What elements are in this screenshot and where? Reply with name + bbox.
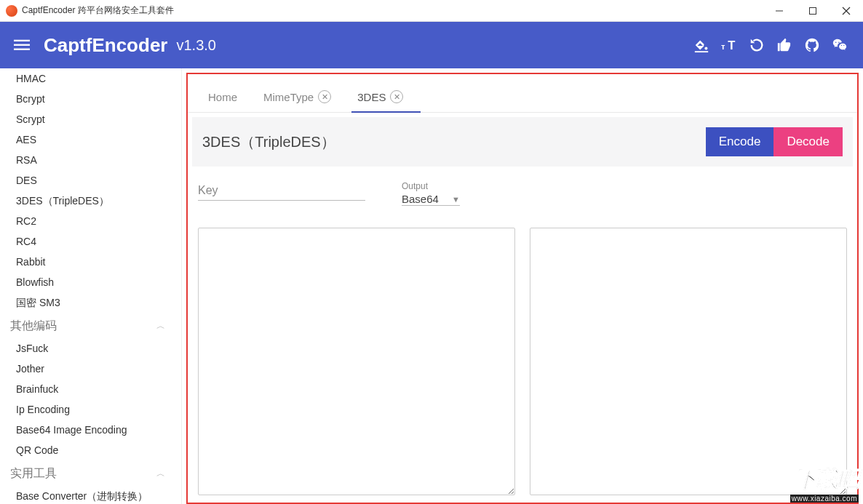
tab-close-icon[interactable]: ✕ bbox=[390, 90, 403, 103]
sidebar[interactable]: HMACBcryptScryptAESRSADES3DES（TripleDES）… bbox=[0, 68, 182, 504]
content-frame: HomeMimeType✕3DES✕ 3DES（TripleDES） Encod… bbox=[186, 73, 859, 504]
sidebar-group-utilities[interactable]: 实用工具︿ bbox=[0, 460, 181, 486]
tab-label: Home bbox=[208, 91, 237, 103]
sidebar-group-label: 实用工具 bbox=[10, 466, 57, 481]
svg-rect-4 bbox=[14, 40, 30, 41]
sidebar-item[interactable]: Ip Encoding bbox=[0, 399, 181, 420]
encode-button[interactable]: Encode bbox=[706, 127, 774, 156]
window-maximize-button[interactable] bbox=[796, 0, 830, 22]
svg-rect-5 bbox=[14, 44, 30, 46]
sidebar-group-label: 其他编码 bbox=[10, 319, 57, 334]
svg-rect-1 bbox=[810, 7, 816, 14]
sidebar-item[interactable]: JsFuck bbox=[0, 338, 181, 359]
sidebar-item[interactable]: Jother bbox=[0, 359, 181, 379]
sidebar-item[interactable]: Bcrypt bbox=[0, 89, 181, 109]
input-textarea[interactable] bbox=[198, 228, 515, 495]
svg-text:T: T bbox=[728, 39, 735, 52]
sidebar-item[interactable]: QR Code bbox=[0, 440, 181, 460]
sidebar-item[interactable]: Base Converter（进制转换） bbox=[0, 486, 181, 504]
svg-rect-8 bbox=[695, 51, 708, 52]
thumbs-up-icon[interactable] bbox=[776, 36, 793, 54]
app-version: v1.3.0 bbox=[176, 37, 215, 54]
app-icon bbox=[6, 5, 17, 17]
panel-header: 3DES（TripleDES） Encode Decode bbox=[192, 117, 853, 167]
sidebar-item[interactable]: 国密 SM3 bbox=[0, 292, 181, 313]
output-format-select[interactable]: Base64 ▼ bbox=[402, 193, 460, 206]
app-title: CaptfEncoder bbox=[44, 34, 167, 57]
sidebar-item[interactable]: HMAC bbox=[0, 68, 181, 89]
key-input[interactable] bbox=[198, 181, 365, 201]
window-titlebar: CaptfEncoder 跨平台网络安全工具套件 bbox=[0, 0, 863, 22]
sidebar-group-other-encoding[interactable]: 其他编码︿ bbox=[0, 313, 181, 338]
svg-rect-6 bbox=[14, 49, 30, 50]
svg-text:т: т bbox=[721, 42, 725, 51]
tab-label: 3DES bbox=[357, 91, 386, 103]
chevron-up-icon: ︿ bbox=[156, 468, 165, 480]
tab[interactable]: MimeType✕ bbox=[261, 83, 334, 112]
theme-icon[interactable] bbox=[693, 36, 710, 54]
sidebar-item[interactable]: Brainfuck bbox=[0, 379, 181, 399]
window-minimize-button[interactable] bbox=[763, 0, 796, 22]
github-icon[interactable] bbox=[803, 36, 821, 54]
tab-close-icon[interactable]: ✕ bbox=[318, 90, 331, 103]
refresh-icon[interactable] bbox=[748, 36, 765, 54]
tab-label: MimeType bbox=[263, 91, 314, 103]
output-format-value: Base64 bbox=[402, 193, 448, 205]
output-textarea[interactable] bbox=[530, 228, 847, 495]
decode-button[interactable]: Decode bbox=[773, 127, 843, 156]
app-bar: CaptfEncoder v1.3.0 тT bbox=[0, 22, 863, 68]
tab[interactable]: Home bbox=[205, 84, 240, 112]
sidebar-item[interactable]: RC4 bbox=[0, 231, 181, 252]
window-close-button[interactable] bbox=[830, 0, 863, 22]
sidebar-item[interactable]: RSA bbox=[0, 150, 181, 170]
wechat-icon[interactable] bbox=[831, 36, 848, 54]
svg-point-7 bbox=[704, 47, 707, 50]
sidebar-item[interactable]: Rabbit bbox=[0, 252, 181, 272]
chevron-up-icon: ︿ bbox=[156, 320, 165, 332]
sidebar-item[interactable]: 3DES（TripleDES） bbox=[0, 191, 181, 211]
output-format-label: Output bbox=[402, 181, 460, 191]
tab[interactable]: 3DES✕ bbox=[354, 83, 406, 112]
caret-down-icon: ▼ bbox=[452, 195, 460, 204]
sidebar-item[interactable]: RC2 bbox=[0, 211, 181, 231]
sidebar-item[interactable]: DES bbox=[0, 170, 181, 191]
main-content: HomeMimeType✕3DES✕ 3DES（TripleDES） Encod… bbox=[182, 68, 863, 504]
menu-toggle-button[interactable] bbox=[7, 31, 36, 60]
panel-title: 3DES（TripleDES） bbox=[202, 132, 706, 152]
sidebar-item[interactable]: AES bbox=[0, 129, 181, 150]
text-size-icon[interactable]: тT bbox=[720, 36, 738, 54]
window-title: CaptfEncoder 跨平台网络安全工具套件 bbox=[22, 4, 763, 17]
sidebar-item[interactable]: Blowfish bbox=[0, 272, 181, 292]
sidebar-item[interactable]: Scrypt bbox=[0, 109, 181, 129]
sidebar-item[interactable]: Base64 Image Encoding bbox=[0, 420, 181, 440]
tabs-row: HomeMimeType✕3DES✕ bbox=[188, 74, 857, 113]
